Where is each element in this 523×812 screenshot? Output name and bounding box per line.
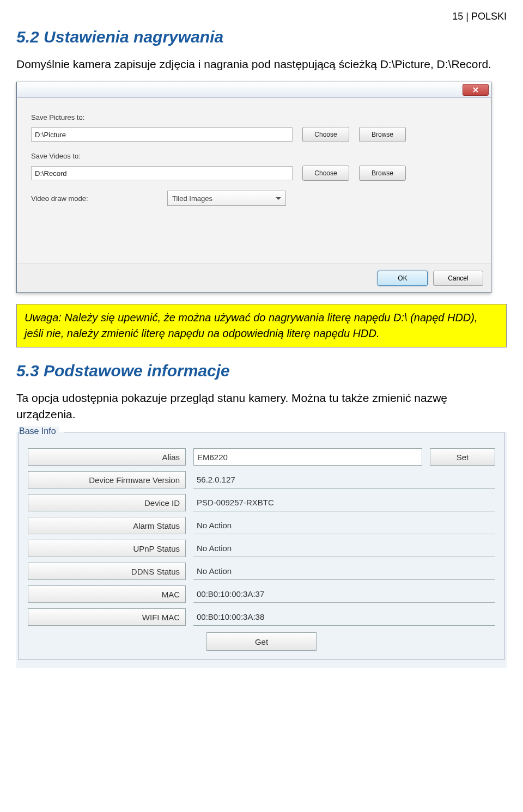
info-label: DDNS Status	[28, 563, 186, 580]
info-value[interactable]: EM6220	[193, 448, 422, 466]
choose-videos-button[interactable]: Choose	[302, 166, 349, 181]
info-row: AliasEM6220Set	[28, 448, 495, 466]
info-row: UPnP StatusNo Action	[28, 540, 495, 557]
choose-pictures-button[interactable]: Choose	[302, 127, 349, 142]
browse-pictures-button[interactable]: Browse	[359, 127, 406, 142]
get-button[interactable]: Get	[206, 632, 317, 651]
save-pictures-label: Save Pictures to:	[31, 113, 477, 121]
info-value: No Action	[193, 540, 495, 557]
close-button[interactable]	[463, 84, 489, 96]
info-label: Device ID	[28, 494, 186, 511]
info-label: Device Firmware Version	[28, 471, 186, 489]
info-label: WIFI MAC	[28, 608, 186, 626]
video-draw-mode-select[interactable]: Tiled Images	[167, 191, 286, 206]
info-value: PSD-009257-RXBTC	[193, 494, 495, 511]
save-pictures-input[interactable]	[31, 127, 293, 142]
set-button[interactable]: Set	[430, 448, 495, 466]
info-row: WIFI MAC00:B0:10:00:3A:38	[28, 608, 495, 626]
info-label: Alarm Status	[28, 517, 186, 534]
dialog-titlebar	[17, 82, 491, 98]
cancel-button[interactable]: Cancel	[433, 271, 483, 286]
info-value: 00:B0:10:00:3A:37	[193, 585, 495, 603]
save-videos-label: Save Videos to:	[31, 152, 477, 160]
info-row: Alarm StatusNo Action	[28, 517, 495, 534]
video-draw-mode-value: Tiled Images	[172, 194, 212, 203]
info-label: UPnP Status	[28, 540, 186, 557]
close-icon	[473, 87, 478, 93]
info-row: Device IDPSD-009257-RXBTC	[28, 494, 495, 511]
page-header: 15 | POLSKI	[16, 11, 507, 22]
info-label: Alias	[28, 448, 186, 466]
info-value: No Action	[193, 563, 495, 580]
warning-note-text: Uwaga: Należy się upewnić, że można używ…	[25, 312, 478, 339]
section-5-2-intro: Domyślnie kamera zapisuje zdjęcia i nagr…	[16, 56, 507, 72]
base-info-groupbox-title: Base Info	[19, 426, 59, 436]
save-settings-dialog: Save Pictures to: Choose Browse Save Vid…	[16, 82, 491, 293]
info-row: DDNS StatusNo Action	[28, 563, 495, 580]
browse-videos-button[interactable]: Browse	[359, 166, 406, 181]
info-value: 00:B0:10:00:3A:38	[193, 608, 495, 626]
base-info-panel: Base Info AliasEM6220SetDevice Firmware …	[16, 432, 507, 668]
save-videos-input[interactable]	[31, 166, 293, 180]
warning-note: Uwaga: Należy się upewnić, że można używ…	[16, 304, 507, 347]
section-5-3-title: 5.3 Podstawowe informacje	[16, 362, 507, 380]
section-5-3-intro: Ta opcja udostępnia pokazuje przegląd st…	[16, 390, 507, 422]
video-draw-mode-label: Video draw mode:	[31, 194, 156, 203]
section-5-2-title: 5.2 Ustawienia nagrywania	[16, 28, 507, 46]
info-value: No Action	[193, 517, 495, 534]
info-row: MAC00:B0:10:00:3A:37	[28, 585, 495, 603]
info-label: MAC	[28, 585, 186, 603]
ok-button[interactable]: OK	[378, 271, 428, 286]
chevron-down-icon	[276, 197, 281, 200]
info-value: 56.2.0.127	[193, 471, 495, 489]
info-row: Device Firmware Version56.2.0.127	[28, 471, 495, 489]
